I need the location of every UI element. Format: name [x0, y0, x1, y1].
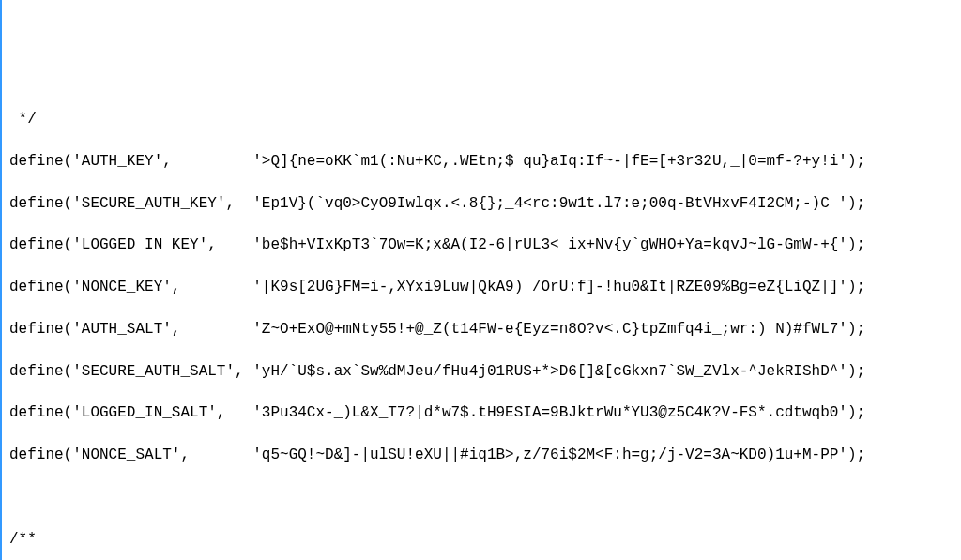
code-line: define('NONCE_SALT', 'q5~GQ!~D&]-|ulSU!e… — [9, 445, 953, 465]
code-line: /** — [9, 529, 953, 550]
code-line: define('AUTH_SALT', 'Z~O+ExO@+mNty55!+@_… — [9, 319, 953, 340]
code-line: define('AUTH_KEY', '>Q]{ne=oKK`m1(:Nu+KC… — [9, 151, 953, 172]
code-line: define('SECURE_AUTH_KEY', 'Ep1V}(`vq0>Cy… — [9, 193, 953, 214]
code-line: */ — [9, 109, 953, 129]
code-line: define('LOGGED_IN_KEY', 'be$h+VIxKpT3`7O… — [9, 235, 953, 255]
code-editor-content: */ define('AUTH_KEY', '>Q]{ne=oKK`m1(:Nu… — [9, 88, 953, 560]
code-line: define('LOGGED_IN_SALT', '3Pu34Cx-_)L&X_… — [9, 402, 953, 423]
code-line: define('SECURE_AUTH_SALT', 'yH/`U$s.ax`S… — [9, 361, 953, 382]
blank-line — [9, 487, 953, 507]
code-line: define('NONCE_KEY', '|K9s[2UG}FM=i-,XYxi… — [9, 277, 953, 297]
